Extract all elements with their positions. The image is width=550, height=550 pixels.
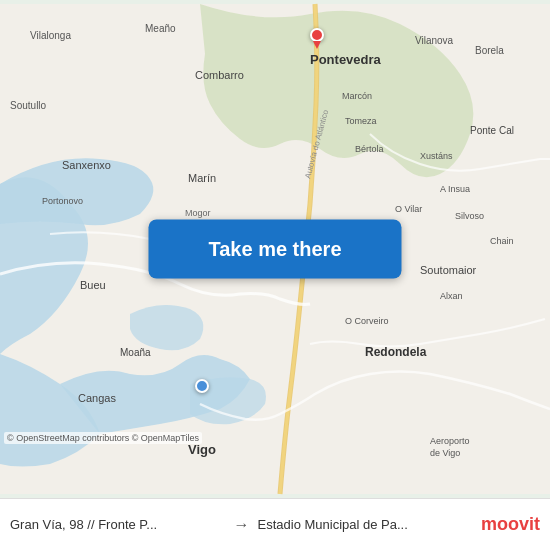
svg-text:Marín: Marín xyxy=(188,172,216,184)
svg-text:Bértola: Bértola xyxy=(355,144,384,154)
svg-text:Vilalonga: Vilalonga xyxy=(30,30,71,41)
map-attribution: © OpenStreetMap contributors © OpenMapTi… xyxy=(4,432,202,444)
svg-text:Pontevedra: Pontevedra xyxy=(310,52,382,67)
svg-text:Portonovo: Portonovo xyxy=(42,196,83,206)
destination-label: Estadio Municipal de Pa... xyxy=(258,517,474,532)
svg-text:Combarro: Combarro xyxy=(195,69,244,81)
svg-text:Ponte Cal: Ponte Cal xyxy=(470,125,514,136)
svg-text:Sanxenxo: Sanxenxo xyxy=(62,159,111,171)
svg-text:Chain: Chain xyxy=(490,236,514,246)
svg-text:Marcón: Marcón xyxy=(342,91,372,101)
svg-text:Cangas: Cangas xyxy=(78,392,116,404)
svg-text:A Insua: A Insua xyxy=(440,184,470,194)
origin-label: Gran Vía, 98 // Fronte P... xyxy=(10,517,226,532)
app: Vilalonga Meaño Combarro Pontevedra Vila… xyxy=(0,0,550,550)
svg-text:Vilanova: Vilanova xyxy=(415,35,454,46)
origin-pin xyxy=(195,379,209,393)
svg-text:O Vilar: O Vilar xyxy=(395,204,422,214)
svg-text:Tomeza: Tomeza xyxy=(345,116,377,126)
arrow-icon: → xyxy=(234,516,250,534)
take-me-there-button[interactable]: Take me there xyxy=(148,220,401,279)
svg-text:Soutomaior: Soutomaior xyxy=(420,264,477,276)
svg-text:Silvoso: Silvoso xyxy=(455,211,484,221)
svg-text:de Vigo: de Vigo xyxy=(430,448,460,458)
svg-text:O Corveiro: O Corveiro xyxy=(345,316,389,326)
svg-text:Alxan: Alxan xyxy=(440,291,463,301)
svg-text:Redondela: Redondela xyxy=(365,345,427,359)
svg-text:Aeroporto: Aeroporto xyxy=(430,436,470,446)
moovit-logo: moovit xyxy=(481,514,540,535)
svg-text:Borela: Borela xyxy=(475,45,504,56)
svg-text:Mogor: Mogor xyxy=(185,208,211,218)
moovit-brand-text: moovit xyxy=(481,514,540,535)
svg-text:Soutullo: Soutullo xyxy=(10,100,47,111)
svg-text:Xustáns: Xustáns xyxy=(420,151,453,161)
svg-text:Vigo: Vigo xyxy=(188,442,216,457)
destination-pin xyxy=(310,28,324,49)
svg-text:Meaño: Meaño xyxy=(145,23,176,34)
svg-text:Bueu: Bueu xyxy=(80,279,106,291)
bottom-bar: Gran Vía, 98 // Fronte P... → Estadio Mu… xyxy=(0,498,550,550)
map-container: Vilalonga Meaño Combarro Pontevedra Vila… xyxy=(0,0,550,498)
svg-text:Moaña: Moaña xyxy=(120,347,151,358)
